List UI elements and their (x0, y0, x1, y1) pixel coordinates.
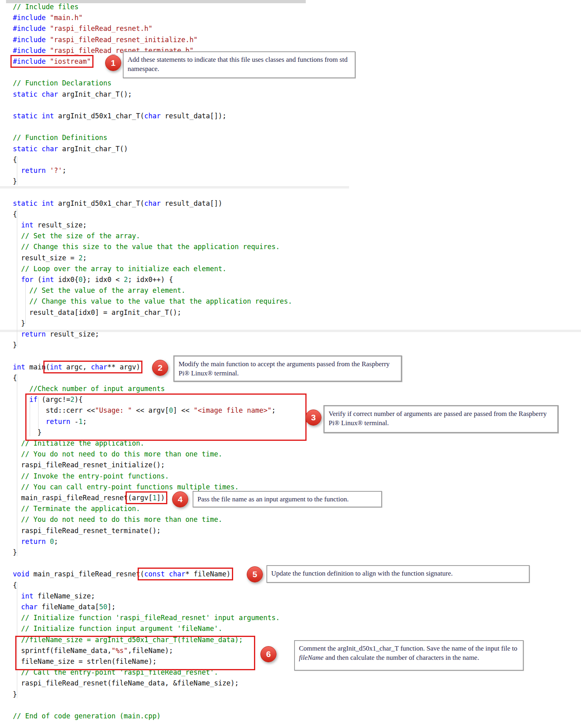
step-number-badge-1: 1 (105, 55, 121, 71)
code-token: argInit_char_T() (58, 145, 128, 153)
code-token (13, 243, 21, 251)
code-token: //Check number of input arguments (29, 385, 165, 393)
code-token: // Set the value of the array element. (29, 286, 185, 294)
code-token (13, 625, 21, 633)
code-token (46, 36, 50, 44)
code-line: #include "raspi_fileRead_resnet_initiali… (13, 34, 198, 45)
code-line: // Change this size to the value that th… (13, 241, 280, 252)
code-line: { (13, 154, 17, 165)
code-token: // Initialize function input argument 'f… (21, 625, 222, 633)
code-token: "iostream" (50, 57, 91, 65)
code-token: ( (140, 570, 144, 578)
code-line: #include "raspi_fileRead_resnet.h" (13, 23, 152, 34)
code-token (13, 603, 21, 611)
code-token: '?' (50, 166, 62, 174)
code-token: static (13, 145, 37, 153)
callout-text: Verify if correct number of arguments ar… (329, 410, 546, 427)
callout-note-5: Update the function definition to align … (266, 565, 530, 583)
callout-text: Comment the argInit_d50x1_char_T functio… (299, 645, 517, 652)
code-token (13, 439, 21, 447)
callout-note-4: Pass the file name as an input argument … (193, 491, 382, 507)
code-line: // Initialize function input argument 'f… (13, 623, 222, 634)
code-token (46, 57, 50, 65)
code-token (37, 112, 41, 120)
code-token: return (21, 537, 45, 545)
callout-text: Pass the file name as an input argument … (197, 495, 349, 503)
code-token: // Invoke the entry-point functions. (21, 472, 169, 480)
red-highlight-box (15, 636, 255, 670)
code-token: int (21, 592, 33, 600)
code-line: // You do not need to do this more than … (13, 449, 222, 460)
code-token (13, 221, 21, 229)
code-line: { (13, 373, 17, 383)
code-token: for (21, 276, 33, 284)
code-line: int result_size; (13, 220, 87, 231)
code-line: return 0; (13, 536, 58, 547)
code-token (13, 232, 21, 240)
code-token: raspi_fileRead_resnet_terminate(); (13, 527, 160, 535)
callout-text: Add these statements to indicate that th… (128, 56, 347, 73)
code-line: raspi_fileRead_resnet_initialize(); (13, 460, 165, 470)
code-line: // You do not need to do this more than … (13, 514, 222, 525)
code-token: result_size; (33, 221, 87, 229)
code-line: { (13, 580, 17, 591)
code-line: } (13, 340, 17, 351)
code-token (13, 166, 21, 174)
code-token: 0 (50, 537, 54, 545)
code-token (13, 614, 21, 622)
code-token: } (13, 548, 17, 556)
code-token: // Loop over the array to initialize eac… (21, 265, 226, 273)
code-token: { (13, 156, 17, 164)
code-line: static int argInit_d50x1_char_T(char res… (13, 198, 222, 209)
code-token: #include (13, 24, 46, 32)
callout-text: Update the function definition to align … (271, 570, 453, 577)
code-token (37, 199, 41, 207)
code-line: void main_raspi_fileRead_resnet(const ch… (13, 569, 231, 580)
code-line: // Change this value to the value that t… (13, 296, 292, 307)
code-token: ]) (156, 494, 165, 502)
step-number-badge-4: 4 (172, 491, 188, 507)
code-line: return result_size; (13, 329, 99, 340)
code-token: result_size = (13, 254, 79, 262)
code-token: return (21, 330, 45, 338)
code-token: ; (83, 254, 87, 262)
code-token: ; (62, 166, 66, 174)
code-token: // You do not need to do this more than … (21, 450, 222, 458)
code-token: char (144, 112, 161, 120)
code-line: static char argInit_char_T(); (13, 89, 132, 100)
code-token: ( (33, 276, 41, 284)
code-token (13, 483, 21, 491)
code-token: // Change this size to the value that th… (21, 243, 280, 251)
code-token: #include (13, 14, 46, 22)
code-token: 2 (79, 254, 83, 262)
code-token (13, 276, 21, 284)
code-line: char fileName_data[50]; (13, 602, 116, 612)
code-token: 1 (152, 494, 156, 502)
code-token: "raspi_fileRead_resnet.h" (50, 24, 152, 32)
code-token: char (144, 199, 161, 207)
code-line: // End of code generation (main.cpp) (13, 711, 160, 722)
code-line: #include "iostream" (13, 56, 91, 67)
code-token: ; (54, 537, 58, 545)
code-token: int (42, 199, 54, 207)
callout-text: fileName (299, 654, 323, 661)
code-token: argInit_char_T(); (58, 90, 132, 98)
code-line: // Include files (13, 2, 79, 12)
code-token: ** argv) (107, 363, 140, 371)
code-token: // Include files (13, 3, 79, 11)
red-highlight-box: (const char* fileName) (140, 570, 230, 578)
callout-note-6: Comment the argInit_d50x1_char_T functio… (294, 640, 524, 671)
code-line: // Set the size of the array. (13, 231, 140, 241)
code-token: } (13, 690, 17, 698)
code-token: fileName_size; (33, 592, 95, 600)
code-token: static (13, 112, 37, 120)
code-token: raspi_fileRead_resnet_initialize(); (13, 461, 165, 469)
code-token (37, 90, 41, 98)
code-line: #include "main.h" (13, 12, 83, 23)
code-token: { (13, 374, 17, 382)
code-token (13, 592, 21, 600)
code-line: // Initialize function 'raspi_fileRead_r… (13, 612, 280, 623)
code-line: // Invoke the entry-point functions. (13, 471, 169, 482)
code-token: main_raspi_fileRead_resnet (13, 494, 128, 502)
code-line: // Loop over the array to initialize eac… (13, 264, 226, 274)
